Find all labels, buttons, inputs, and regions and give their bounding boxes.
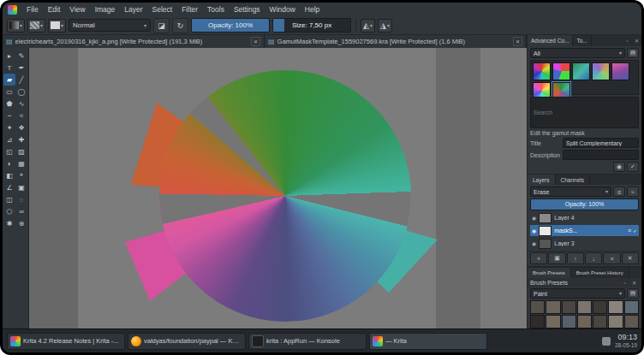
gamut-mask-thumbnail[interactable] bbox=[572, 62, 590, 80]
move-layer-up-button[interactable]: ↑ bbox=[567, 252, 584, 264]
rect-select-tool[interactable]: ◫ bbox=[3, 193, 15, 205]
color-chooser-button[interactable]: ▾ bbox=[48, 19, 66, 33]
brush-preset-thumbnail[interactable] bbox=[593, 315, 607, 328]
close-icon[interactable]: ✕ bbox=[629, 280, 639, 286]
move-tool[interactable]: ✚ bbox=[15, 133, 27, 145]
close-icon[interactable]: ✕ bbox=[251, 37, 260, 46]
text-tool[interactable]: T bbox=[3, 62, 15, 74]
brush-preset-thumbnail[interactable] bbox=[577, 300, 592, 314]
mirror-vertical-button[interactable]: ◮ ▾ bbox=[378, 19, 392, 33]
brush-preset-thumbnail[interactable] bbox=[562, 300, 576, 314]
pattern-chooser-button[interactable]: ▾ bbox=[27, 19, 45, 33]
menu-settings[interactable]: Settings bbox=[230, 4, 265, 15]
blend-mode-dropdown[interactable]: Normal ▾ bbox=[69, 19, 151, 32]
tab-layers[interactable]: Layers bbox=[528, 175, 556, 185]
reference-images-tool[interactable]: ▣ bbox=[15, 181, 27, 193]
taskbar-item-kmail[interactable]: valdyas/foundation/paypal — KM... bbox=[128, 333, 246, 350]
brush-preset-thumbnail[interactable] bbox=[546, 315, 560, 328]
polyline-tool[interactable]: ∿ bbox=[15, 98, 27, 109]
menu-filter[interactable]: Filter bbox=[177, 4, 202, 15]
menu-file[interactable]: File bbox=[22, 4, 43, 15]
menu-select[interactable]: Select bbox=[148, 4, 177, 15]
polygon-tool[interactable]: ⬟ bbox=[3, 98, 15, 109]
brush-preset-thumbnail[interactable] bbox=[530, 300, 545, 314]
brush-preset-thumbnail[interactable] bbox=[562, 315, 576, 328]
gamut-mask-thumbnail[interactable] bbox=[611, 62, 629, 80]
gamut-mask-thumbnail[interactable] bbox=[533, 62, 551, 80]
multibrush-tool[interactable]: ❖ bbox=[15, 121, 27, 133]
layer-properties-button[interactable]: ≡ bbox=[603, 252, 620, 264]
reload-preset-button[interactable]: ↻ bbox=[172, 18, 188, 33]
delete-layer-button[interactable]: ✕ bbox=[622, 252, 639, 264]
layer-blend-mode-dropdown[interactable]: Erase ▾ bbox=[530, 186, 611, 197]
move-layer-down-button[interactable]: ↓ bbox=[585, 252, 602, 264]
taskbar-item-release-notes[interactable]: Krita 4.2 Release Notes | Krita -... bbox=[7, 333, 125, 350]
alpha-lock-button[interactable]: α bbox=[613, 186, 625, 197]
layer-row-selected[interactable]: ◉ maskS... α ✓ bbox=[530, 225, 639, 236]
menu-window[interactable]: Window bbox=[265, 4, 300, 15]
zoom-tool[interactable]: ⊕ bbox=[15, 217, 27, 229]
tag-button[interactable]: ▤ bbox=[627, 48, 639, 58]
gamut-mask-thumbnail[interactable] bbox=[552, 62, 570, 80]
brush-preset-thumbnail[interactable] bbox=[593, 300, 607, 314]
edit-shapes-tool[interactable]: ✎ bbox=[15, 50, 27, 62]
search-input[interactable] bbox=[530, 97, 639, 128]
brush-preset-thumbnail[interactable] bbox=[624, 300, 639, 314]
menu-layer[interactable]: Layer bbox=[120, 4, 146, 15]
tab-brush-preset-history[interactable]: Brush Preset History bbox=[571, 268, 629, 278]
taskbar-item-krita[interactable]: — Krita bbox=[369, 333, 487, 350]
brush-preset-thumbnail[interactable] bbox=[530, 315, 545, 328]
polygon-select-tool[interactable]: ⬡ bbox=[3, 205, 15, 217]
crop-tool[interactable]: ◱ bbox=[3, 145, 15, 157]
preview-mask-button[interactable]: ◉ bbox=[613, 162, 625, 172]
brush-filter-dropdown[interactable]: Paint ▾ bbox=[530, 288, 625, 299]
gradient-chooser-button[interactable]: ▾ bbox=[7, 19, 25, 33]
freehand-path-tool[interactable]: ≈ bbox=[15, 109, 27, 121]
system-tray-icon[interactable] bbox=[602, 337, 611, 346]
close-icon[interactable]: ✕ bbox=[513, 37, 522, 46]
ellipse-select-tool[interactable]: ◌ bbox=[15, 193, 27, 205]
add-layer-button[interactable]: + bbox=[530, 252, 547, 264]
inherit-alpha-button[interactable]: ≈ bbox=[627, 186, 639, 197]
float-docker-icon[interactable]: ▫ bbox=[620, 281, 629, 286]
fill-tool[interactable]: ◧ bbox=[3, 169, 15, 181]
menu-view[interactable]: View bbox=[65, 4, 89, 15]
apply-mask-button[interactable]: ✓ bbox=[627, 162, 639, 172]
color-sampler-tool[interactable]: ◗ bbox=[3, 157, 15, 169]
duplicate-layer-button[interactable]: ▣ bbox=[548, 252, 565, 264]
brush-preset-thumbnail[interactable] bbox=[546, 300, 560, 314]
menu-image[interactable]: Image bbox=[91, 4, 120, 15]
tab-brush-presets[interactable]: Brush Presets bbox=[528, 268, 571, 278]
assistants-tool[interactable]: ⌖ bbox=[15, 169, 27, 181]
eraser-mode-button[interactable]: ◪ bbox=[153, 18, 170, 33]
mirror-horizontal-button[interactable]: ◭ ▾ bbox=[361, 19, 375, 33]
line-tool[interactable]: ╱ bbox=[15, 74, 27, 86]
ellipse-tool[interactable]: ◯ bbox=[15, 86, 27, 98]
rectangle-tool[interactable]: ▭ bbox=[3, 86, 15, 98]
clock[interactable]: 09:13 28-05-19 bbox=[615, 334, 637, 349]
gamut-filter-dropdown[interactable]: All ▾ bbox=[530, 48, 625, 58]
menu-tools[interactable]: Tools bbox=[203, 4, 229, 15]
bezier-tool[interactable]: ⌣ bbox=[3, 109, 15, 121]
layer-row[interactable]: ◉ Layer 3 bbox=[530, 238, 639, 249]
shape-select-tool[interactable]: ▸ bbox=[3, 50, 15, 62]
brush-preset-thumbnail[interactable] bbox=[624, 315, 639, 328]
taskbar-item-konsole[interactable]: krita : AppRun — Konsole bbox=[248, 333, 367, 350]
close-icon[interactable]: ✕ bbox=[632, 35, 641, 46]
dock-tab-to[interactable]: To... bbox=[573, 35, 591, 46]
similar-select-tool[interactable]: ✱ bbox=[3, 217, 15, 229]
float-docker-icon[interactable]: ▫ bbox=[623, 35, 632, 46]
document-tab-2[interactable]: ▤ GamutMaskTemplate_1559027569.kra [Writ… bbox=[265, 35, 527, 48]
gradient-tool[interactable]: ▨ bbox=[15, 145, 27, 157]
layer-row[interactable]: ◉ Layer 4 bbox=[530, 212, 639, 223]
dynamic-brush-tool[interactable]: ✦ bbox=[3, 121, 15, 133]
eye-icon[interactable]: ◉ bbox=[532, 228, 536, 234]
layer-opacity-slider[interactable]: Opacity: 100% bbox=[530, 198, 639, 210]
opacity-slider[interactable]: Opacity: 100% bbox=[191, 18, 270, 33]
brush-preset-thumbnail[interactable] bbox=[608, 315, 623, 328]
document-tab-1[interactable]: ▤ electrichearts_20190316_kjki_a.png [Wr… bbox=[3, 35, 265, 48]
tab-channels[interactable]: Channels bbox=[556, 175, 590, 185]
canvas-viewport[interactable] bbox=[29, 48, 527, 328]
title-field[interactable] bbox=[563, 138, 639, 148]
measure-tool[interactable]: ∠ bbox=[3, 181, 15, 193]
